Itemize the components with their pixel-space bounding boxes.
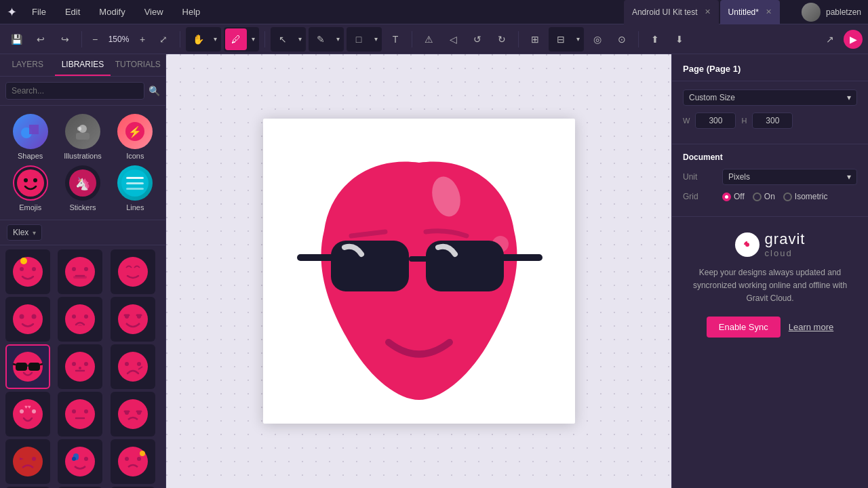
undo-button[interactable]: ↩ [30, 28, 52, 50]
fit-screen-button[interactable]: ⤢ [153, 28, 174, 50]
redo-button[interactable]: ↪ [54, 28, 76, 50]
align-chevron[interactable]: ▾ [573, 28, 583, 50]
unit-dropdown[interactable]: Pixels ▾ [722, 169, 857, 185]
svg-point-46 [20, 409, 24, 413]
rotate-ccw-button[interactable]: ↺ [467, 28, 488, 50]
tab-tutorials[interactable]: TUTORIALS [111, 54, 165, 76]
pack-selector: Klex ▾ [0, 220, 165, 245]
pen-tool-chevron[interactable]: ▾ [248, 28, 258, 50]
learn-more-button[interactable]: Learn more [789, 322, 833, 332]
gravit-text-group: gravit cloud [765, 230, 806, 258]
menu-help[interactable]: Help [178, 4, 205, 20]
pack-dropdown[interactable]: Klex ▾ [7, 224, 42, 241]
grid-off-dot [722, 192, 731, 201]
svg-point-39 [72, 362, 76, 366]
svg-rect-91 [297, 254, 334, 261]
category-shapes[interactable]: Shapes [7, 114, 54, 160]
width-input[interactable] [695, 113, 736, 129]
svg-point-7 [17, 169, 44, 197]
tab-untitled-close-icon[interactable]: ✕ [766, 7, 772, 16]
search-icon[interactable]: 🔍 [149, 85, 160, 96]
emoji-item-14[interactable] [58, 439, 102, 484]
zoom-minus-button[interactable]: − [87, 32, 102, 47]
category-icons[interactable]: ⚡ Icons [112, 114, 159, 160]
emoji-item-15[interactable] [111, 439, 155, 484]
move-down-button[interactable]: ⬇ [669, 28, 690, 50]
tab-libraries[interactable]: LIBRARIES [55, 54, 110, 76]
grid-on-option[interactable]: On [753, 192, 775, 201]
category-lines[interactable]: Lines [112, 165, 159, 211]
bezier-tool-button[interactable]: ✎ [310, 28, 332, 50]
grid-isometric-option[interactable]: Isometric [783, 192, 828, 201]
svg-point-20 [65, 257, 95, 287]
boolean-op-button[interactable]: ◎ [587, 28, 608, 50]
emoji-item-5[interactable] [58, 297, 102, 342]
size-preset-dropdown[interactable]: Custom Size ▾ [683, 89, 857, 106]
search-input[interactable] [5, 82, 144, 100]
bezier-chevron[interactable]: ▾ [333, 28, 342, 50]
text-tool-button[interactable]: T [384, 28, 406, 50]
shape-tool-button[interactable]: □ [348, 28, 370, 50]
emoji-item-2[interactable] [58, 249, 102, 294]
emoji-item-1[interactable] [5, 249, 50, 294]
separator-4 [412, 31, 412, 47]
svg-point-9 [33, 178, 37, 182]
enable-sync-button[interactable]: Enable Sync [707, 317, 781, 338]
export-button[interactable]: ↗ [819, 28, 841, 50]
menu-file[interactable]: File [28, 4, 50, 20]
category-stickers[interactable]: 🦄 Stickers [59, 165, 106, 211]
save-button[interactable]: 💾 [5, 28, 27, 50]
emoji-item-6[interactable] [111, 297, 155, 342]
emoji-item-12[interactable] [111, 392, 155, 436]
canvas-area [166, 54, 671, 488]
category-emojis[interactable]: Emojis [7, 165, 54, 211]
emoji-item-7[interactable] [5, 344, 50, 389]
warning-icon[interactable]: ⚠ [418, 28, 439, 50]
select-tool-chevron[interactable]: ▾ [295, 28, 304, 50]
move-up-button[interactable]: ⬆ [644, 28, 666, 50]
pen-tool-button[interactable]: 🖊 [225, 28, 247, 50]
unit-value: Pixels [728, 172, 750, 182]
svg-point-59 [72, 457, 76, 461]
select-tool-button[interactable]: ↖ [272, 28, 294, 50]
hand-tool-chevron[interactable]: ▾ [210, 28, 220, 50]
wh-row: W H [683, 113, 857, 129]
preview-button[interactable]: ▶ [844, 30, 863, 49]
menu-modify[interactable]: Modify [95, 4, 129, 20]
align-button[interactable]: ⊟ [550, 28, 572, 50]
svg-point-41 [79, 367, 81, 369]
emoji-item-13[interactable] [5, 439, 50, 484]
emoji-item-9[interactable] [111, 344, 155, 389]
shape-chevron[interactable]: ▾ [371, 28, 380, 50]
path-ops-button[interactable]: ⊙ [611, 28, 633, 50]
rotate-cw-button[interactable]: ↻ [491, 28, 513, 50]
emoji-item-10[interactable]: ♥♥ [5, 392, 50, 436]
main-emoji-svg [290, 136, 548, 407]
svg-point-4 [77, 127, 81, 131]
tab-untitled[interactable]: Untitled* ✕ [720, 0, 780, 24]
menu-edit[interactable]: Edit [61, 4, 84, 20]
tab-android-kit[interactable]: Android UI Kit test ✕ [624, 0, 719, 24]
hand-tool-button[interactable]: ✋ [187, 28, 209, 50]
emoji-item-3[interactable] [111, 249, 155, 294]
tab-android-close-icon[interactable]: ✕ [705, 7, 711, 16]
grid-off-option[interactable]: Off [722, 192, 745, 201]
svg-point-31 [118, 304, 148, 334]
svg-point-52 [118, 399, 148, 429]
align-distribute-button[interactable]: ⊞ [524, 28, 546, 50]
emoji-item-11[interactable] [58, 392, 102, 436]
panel-header: Page (Page 1) [672, 54, 868, 81]
emoji-item-8[interactable] [58, 344, 102, 389]
right-panel: Page (Page 1) Custom Size ▾ W H Document [671, 54, 868, 488]
category-illustrations[interactable]: Illustrations [59, 114, 106, 160]
tab-layers[interactable]: LAYERS [0, 54, 55, 76]
flip-h-button[interactable]: ◁ [442, 28, 464, 50]
svg-point-30 [84, 314, 88, 319]
menu-view[interactable]: View [140, 4, 167, 20]
zoom-plus-button[interactable]: + [135, 32, 150, 47]
height-input[interactable] [752, 113, 793, 129]
pan-tool-group: ✋ ▾ [186, 27, 221, 52]
svg-point-18 [32, 267, 36, 271]
svg-point-42 [118, 352, 148, 382]
emoji-item-4[interactable] [5, 297, 50, 342]
